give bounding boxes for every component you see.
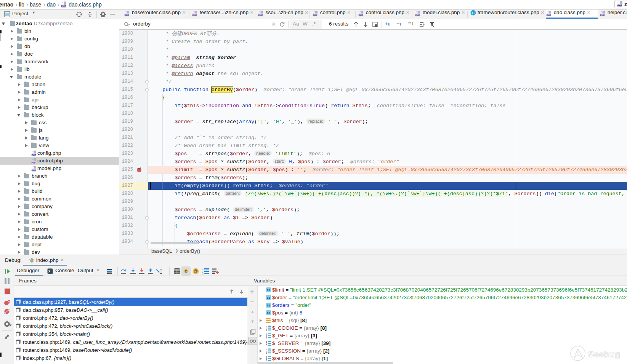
- svg-text:3: 3: [266, 352, 267, 354]
- svg-text:01: 01: [267, 289, 270, 292]
- svg-text:PHP: PHP: [258, 14, 263, 16]
- svg-text:PHP: PHP: [358, 14, 363, 16]
- svg-text:3: 3: [202, 273, 204, 274]
- svg-text:01: 01: [267, 304, 270, 307]
- svg-text:3: 3: [266, 337, 267, 338]
- svg-text:PHP: PHP: [192, 14, 197, 16]
- svg-text:PHP: PHP: [415, 14, 420, 16]
- svg-text:PHP: PHP: [546, 14, 551, 16]
- svg-text:PHP: PHP: [31, 154, 36, 156]
- svg-text:PHP: PHP: [31, 169, 36, 171]
- svg-text:01: 01: [267, 296, 270, 300]
- svg-text:PHP: PHP: [61, 5, 67, 8]
- svg-text:Seebug: Seebug: [588, 350, 620, 359]
- svg-text:3: 3: [266, 344, 267, 346]
- svg-text:3: 3: [266, 329, 267, 331]
- svg-text:PHP: PHP: [313, 14, 317, 16]
- svg-text:01: 01: [267, 311, 270, 315]
- svg-text:PHP: PHP: [600, 14, 605, 16]
- svg-text:PHP: PHP: [31, 161, 36, 164]
- svg-text:3: 3: [266, 359, 267, 361]
- svg-text:C: C: [185, 269, 188, 273]
- svg-text:C: C: [472, 11, 475, 15]
- svg-text:@: @: [194, 269, 198, 273]
- svg-text:PHP: PHP: [617, 4, 622, 7]
- svg-text:PHP: PHP: [124, 14, 129, 16]
